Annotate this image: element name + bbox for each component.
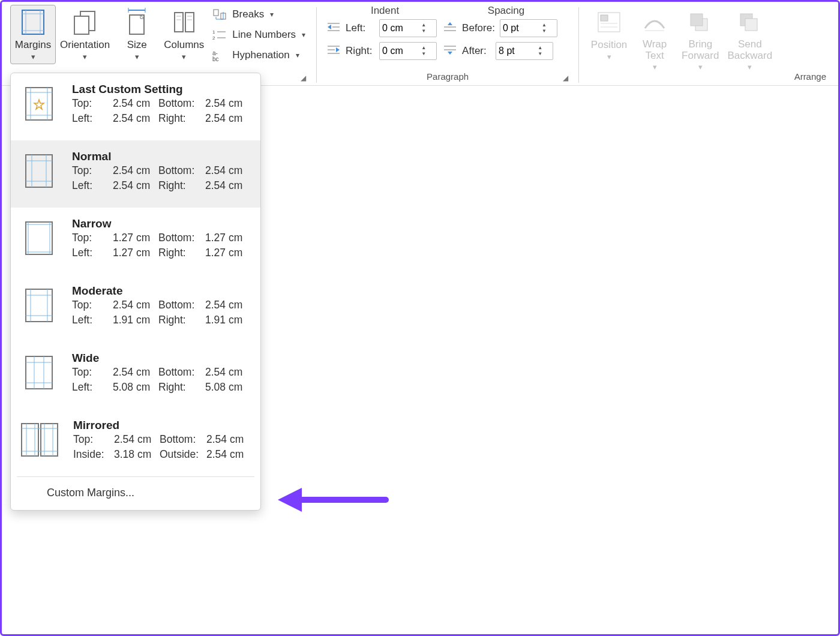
paragraph-launcher[interactable]: ◢ <box>560 73 570 83</box>
indent-right-icon <box>326 44 341 58</box>
spinner-up-icon[interactable]: ▲ <box>417 22 430 28</box>
svg-rect-36 <box>601 15 608 21</box>
position-icon <box>596 8 622 37</box>
chevron-down-icon: ▾ <box>296 51 299 59</box>
svg-rect-17 <box>214 10 218 16</box>
margin-last-custom-icon <box>20 83 58 125</box>
spacing-header: Spacing <box>488 5 524 17</box>
margin-narrow-icon <box>20 217 58 259</box>
hyphenation-button[interactable]: a-bc Hyphenation▾ <box>208 47 309 64</box>
svg-rect-11 <box>175 13 183 32</box>
margin-option-moderate[interactable]: ModerateTop:2.54 cmBottom:2.54 cmLeft:1.… <box>11 275 260 342</box>
svg-rect-12 <box>185 13 194 32</box>
margin-option-normal[interactable]: NormalTop:2.54 cmBottom:2.54 cmLeft:2.54… <box>11 140 260 208</box>
chevron-down-icon: ▾ <box>135 52 139 61</box>
margin-option-title: Last Custom Setting <box>72 83 251 96</box>
indent-right-input[interactable]: ▲▼ <box>379 42 437 60</box>
svg-text:2: 2 <box>212 35 215 41</box>
spacing-after-icon <box>443 44 457 58</box>
indent-left-icon <box>326 22 341 35</box>
bring-forward-icon <box>687 8 713 37</box>
svg-rect-41 <box>691 14 703 26</box>
custom-margins-button[interactable]: Custom Margins... <box>11 477 260 510</box>
chevron-down-icon: ▾ <box>302 31 305 39</box>
page-setup-launcher[interactable]: ◢ <box>298 73 308 83</box>
spacing-before-icon <box>443 22 457 35</box>
spacing-after-input[interactable]: ▲▼ <box>496 42 553 60</box>
margins-icon <box>20 8 46 37</box>
indent-header: Indent <box>371 5 399 17</box>
breaks-button[interactable]: Breaks▾ <box>208 6 309 23</box>
group-paragraph: Indent Spacing Left: ▲▼ Before: ▲▼ <box>322 5 574 85</box>
size-button[interactable]: Size ▾ <box>114 5 160 64</box>
svg-rect-54 <box>26 222 52 254</box>
svg-rect-59 <box>26 289 52 322</box>
send-backward-icon <box>737 8 763 37</box>
send-backward-button: SendBackward ▾ <box>723 5 776 74</box>
margin-option-title: Narrow <box>72 217 251 230</box>
margins-button[interactable]: Margins ▾ <box>10 5 56 64</box>
margin-option-mirrored[interactable]: MirroredTop:2.54 cmBottom:2.54 cmInside:… <box>11 409 260 476</box>
margin-mirrored-icon <box>20 419 59 461</box>
wrap-text-icon <box>641 8 668 37</box>
svg-rect-43 <box>745 19 757 31</box>
svg-rect-49 <box>26 155 52 187</box>
pointer-arrow-annotation <box>272 482 392 521</box>
line-numbers-button[interactable]: 12 Line Numbers▾ <box>208 26 309 43</box>
columns-icon <box>171 8 197 37</box>
chevron-down-icon: ▾ <box>270 10 274 19</box>
hyphenation-icon: a-bc <box>212 49 227 62</box>
svg-text:1: 1 <box>212 29 215 35</box>
position-button: Position ▾ <box>586 5 632 64</box>
orientation-button[interactable]: Orientation ▾ <box>56 5 114 64</box>
chevron-down-icon: ▾ <box>182 52 186 61</box>
margins-label: Margins <box>15 39 51 51</box>
margin-option-last-custom[interactable]: Last Custom SettingTop:2.54 cmBottom:2.5… <box>11 73 260 140</box>
chevron-down-icon: ▾ <box>31 52 35 61</box>
orientation-icon <box>72 8 98 37</box>
margin-moderate-icon <box>20 284 58 326</box>
paragraph-group-label: Paragraph <box>322 71 574 84</box>
margin-option-title: Wide <box>72 352 251 365</box>
svg-rect-6 <box>74 16 89 34</box>
group-arrange: Position ▾ WrapText ▾ BringForward ▾ Sen… <box>584 5 838 85</box>
margin-normal-icon <box>20 150 58 192</box>
spacing-before-input[interactable]: ▲▼ <box>500 19 557 37</box>
bring-forward-button: BringForward ▾ <box>677 5 723 74</box>
margin-option-title: Normal <box>72 150 251 163</box>
margin-option-title: Mirrored <box>73 419 252 432</box>
margin-option-narrow[interactable]: NarrowTop:1.27 cmBottom:1.27 cmLeft:1.27… <box>11 208 260 275</box>
chevron-down-icon: ▾ <box>83 52 87 61</box>
margins-dropdown: Last Custom SettingTop:2.54 cmBottom:2.5… <box>10 73 261 511</box>
spinner-down-icon[interactable]: ▼ <box>417 28 430 34</box>
svg-text:bc: bc <box>212 56 219 61</box>
svg-rect-64 <box>26 356 52 389</box>
columns-button[interactable]: Columns ▾ <box>160 5 208 64</box>
wrap-text-button: WrapText ▾ <box>632 5 677 74</box>
breaks-icon <box>212 8 227 21</box>
arrange-group-label: Arrange <box>584 71 838 84</box>
margin-wide-icon <box>20 352 58 394</box>
indent-left-input[interactable]: ▲▼ <box>379 19 437 37</box>
size-icon <box>124 8 150 37</box>
margin-option-wide[interactable]: WideTop:2.54 cmBottom:2.54 cmLeft:5.08 c… <box>11 342 260 409</box>
margin-option-title: Moderate <box>72 284 251 298</box>
line-numbers-icon: 12 <box>212 28 227 41</box>
